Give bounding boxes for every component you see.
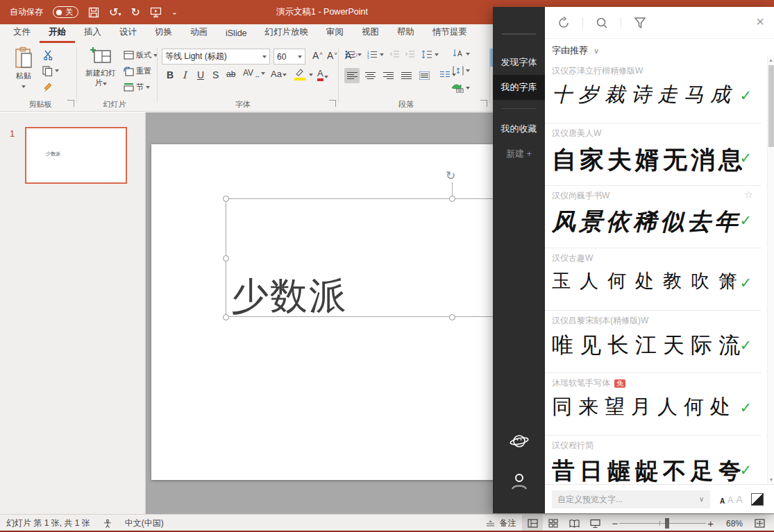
redo-icon[interactable]: ↻ [131, 7, 140, 18]
align-left-button[interactable] [344, 68, 360, 83]
handle-bottom-left[interactable] [223, 314, 229, 320]
sidebar-item-discover-fonts[interactable]: 发现字体 [493, 50, 545, 75]
save-icon[interactable] [88, 7, 99, 18]
line-spacing-button[interactable] [421, 50, 439, 59]
accessibility-icon[interactable] [96, 515, 119, 532]
zoom-slider-thumb[interactable] [665, 518, 669, 529]
zoom-in-button[interactable]: + [706, 515, 720, 532]
user-account-icon[interactable] [493, 469, 545, 494]
layout-button[interactable]: 版式 [124, 50, 158, 60]
customize-qat-icon[interactable]: ⌄ [171, 8, 178, 16]
strikethrough-button[interactable]: ab [226, 69, 235, 79]
font-item[interactable]: 汉仪昌黎宋刻本(精修版)W 唯见长江天际流 ✓ [545, 311, 762, 373]
change-case-button[interactable]: Aa [271, 69, 287, 79]
autosave-toggle[interactable]: 关 [53, 6, 78, 18]
tab-home[interactable]: 开始 [40, 23, 75, 43]
format-painter-icon[interactable] [43, 82, 54, 93]
italic-button[interactable]: I [183, 69, 187, 80]
language-status[interactable]: 中文(中国) [119, 515, 170, 532]
undo-icon[interactable]: ↺▾ [109, 7, 121, 18]
clipboard-dialog-launcher[interactable] [67, 100, 74, 107]
preview-size-buttons[interactable]: AAA [720, 493, 743, 505]
slide-text[interactable]: 少数派 [231, 271, 348, 322]
font-item[interactable]: 汉仪苏泽立行楷精修版W 十岁裁诗走马成 ✓ [545, 61, 762, 123]
planet-icon[interactable] [493, 429, 545, 454]
handle-top-left[interactable] [223, 196, 229, 202]
favorite-star-icon[interactable]: ☆ [744, 189, 753, 201]
contrast-toggle-icon[interactable] [751, 493, 764, 506]
paragraph-dialog-launcher[interactable] [480, 100, 487, 107]
tab-view[interactable]: 视图 [353, 23, 388, 43]
align-text-button[interactable] [453, 66, 470, 76]
tab-storyboard[interactable]: 情节提要 [423, 23, 476, 43]
sidebar-item-new-collection[interactable]: 新建 + [493, 141, 545, 166]
shrink-font-button[interactable]: A˅ [327, 50, 337, 61]
font-name-combo[interactable]: 等线 Light (标题) [162, 49, 270, 65]
font-item[interactable]: 汉仪古趣W 玉人何处教吹箫 ✓ [545, 248, 762, 311]
zoom-level[interactable]: 68% [720, 515, 749, 532]
zoom-out-button[interactable]: − [605, 515, 619, 532]
slide-sorter-view-button[interactable] [543, 515, 564, 532]
highlight-color-button[interactable] [294, 68, 305, 77]
distribute-button[interactable] [417, 68, 432, 83]
notes-button[interactable]: 备注 [480, 515, 522, 532]
reading-view-button[interactable] [564, 515, 584, 532]
paste-button[interactable]: 粘贴 [6, 46, 42, 91]
sidebar-item-my-library[interactable]: 我的字库 [493, 75, 545, 100]
normal-view-button[interactable] [522, 515, 543, 532]
sidebar-item-my-favorites[interactable]: 我的收藏 [493, 117, 545, 141]
panel-scrollbar[interactable]: ▲ ▼ [767, 55, 774, 484]
slide-thumbnail[interactable]: 少数派 [25, 127, 127, 184]
tab-file[interactable]: 文件 [4, 23, 40, 43]
close-icon[interactable]: × [756, 14, 764, 30]
new-slide-button[interactable]: 新建幻灯片 [82, 46, 119, 88]
underline-button[interactable]: U [197, 69, 204, 80]
custom-preview-input[interactable] [552, 490, 710, 508]
bullets-button[interactable] [345, 50, 362, 59]
rotation-handle-icon[interactable]: ↻ [446, 169, 455, 183]
tab-insert[interactable]: 插入 [75, 23, 110, 43]
start-slideshow-icon[interactable] [150, 7, 162, 17]
handle-top-center[interactable] [449, 196, 455, 202]
grow-font-button[interactable]: A˄ [312, 50, 323, 61]
highlight-dropdown-icon[interactable] [309, 74, 313, 76]
shadow-button[interactable]: S [212, 69, 219, 80]
handle-mid-left[interactable] [223, 255, 229, 261]
search-icon[interactable] [596, 17, 608, 29]
character-spacing-button[interactable]: AV↔ [243, 68, 265, 78]
filter-icon[interactable] [634, 17, 646, 29]
convert-smartart-button[interactable] [451, 83, 470, 93]
category-dropdown[interactable]: 字由推荐∨ [552, 44, 599, 57]
justify-button[interactable] [398, 68, 414, 83]
refresh-icon[interactable] [557, 17, 570, 29]
tab-review[interactable]: 审阅 [317, 23, 353, 43]
tab-animations[interactable]: 动画 [181, 23, 217, 43]
decrease-indent-icon[interactable] [389, 50, 400, 58]
text-direction-button[interactable]: A [453, 49, 470, 59]
font-size-combo[interactable]: 60 [274, 49, 305, 65]
scrollbar-thumb[interactable] [768, 65, 774, 147]
tab-slideshow[interactable]: 幻灯片放映 [256, 23, 318, 43]
font-dialog-launcher[interactable] [329, 100, 336, 107]
bold-button[interactable]: B [167, 69, 174, 80]
font-item[interactable]: 沐瑶软笔手写体免 同来望月人何处 ✓ [545, 373, 762, 436]
scroll-down-icon[interactable]: ▼ [768, 477, 774, 482]
tab-design[interactable]: 设计 [110, 23, 146, 43]
section-button[interactable]: 节 [124, 82, 150, 92]
tab-islide[interactable]: iSlide [217, 25, 256, 43]
align-center-button[interactable] [362, 68, 378, 83]
handle-bottom-center[interactable] [449, 314, 455, 320]
slideshow-view-button[interactable] [584, 515, 605, 532]
copy-icon[interactable] [42, 65, 59, 76]
tab-transitions[interactable]: 切换 [146, 23, 181, 43]
numbering-button[interactable]: 123 [367, 50, 384, 59]
align-right-button[interactable] [380, 68, 396, 83]
increase-indent-icon[interactable] [405, 50, 415, 58]
font-color-button[interactable]: A [317, 68, 328, 81]
font-item[interactable]: 汉仪唐美人W 自家夫婿无消息 ✓ [545, 123, 762, 186]
fit-to-window-button[interactable] [749, 515, 770, 532]
scroll-up-icon[interactable]: ▲ [768, 58, 774, 62]
reset-button[interactable]: 重置 [124, 66, 151, 76]
cut-icon[interactable] [43, 50, 53, 60]
font-item[interactable]: 汉仪尚巍手书W ☆ 风景依稀似去年 ✓ [545, 186, 762, 248]
